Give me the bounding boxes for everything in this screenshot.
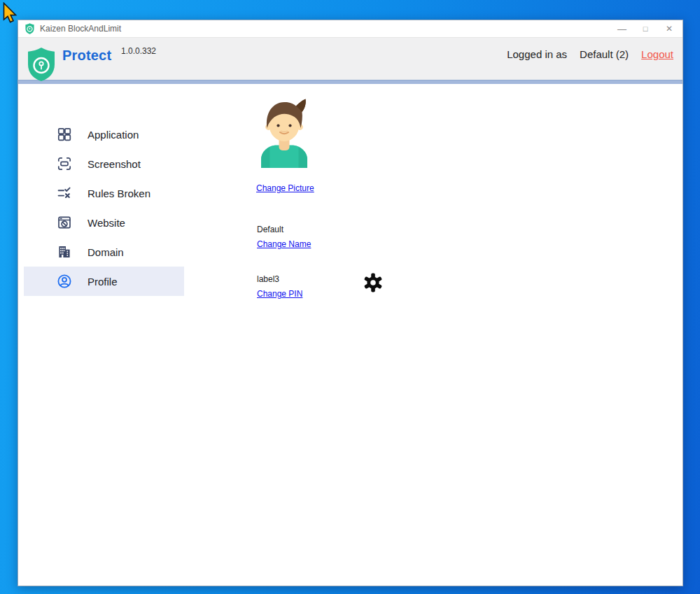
- sidebar-item-website[interactable]: Website: [24, 208, 184, 237]
- cursor-icon: [1, 2, 20, 24]
- logged-in-as-label: Logged in as: [507, 48, 567, 60]
- name-block: Default Change Name: [257, 225, 311, 250]
- minimize-button[interactable]: —: [610, 20, 634, 37]
- sidebar-item-label: Application: [88, 129, 139, 141]
- app-header: Protect 1.0.0.332 Logged in as Default (…: [18, 37, 682, 80]
- list-check-x-icon: [57, 185, 72, 201]
- close-button[interactable]: ✕: [657, 20, 681, 37]
- building-icon: [57, 244, 72, 260]
- sidebar-item-label: Screenshot: [88, 158, 141, 170]
- profile-name-value: Default: [257, 225, 311, 234]
- maximize-button[interactable]: □: [634, 20, 657, 37]
- sidebar-item-screenshot[interactable]: Screenshot: [24, 149, 184, 178]
- screenshot-frame-icon: [57, 156, 72, 171]
- pin-label-value: label3: [257, 274, 302, 284]
- sidebar-item-label: Domain: [88, 246, 124, 258]
- sidebar-item-rules-broken[interactable]: Rules Broken: [24, 178, 184, 208]
- sidebar-item-profile[interactable]: Profile: [24, 267, 184, 296]
- grid-icon: [57, 127, 72, 142]
- person-circle-icon: [57, 274, 72, 289]
- logout-link[interactable]: Logout: [641, 48, 673, 60]
- change-picture-link[interactable]: Change Picture: [256, 183, 314, 193]
- titlebar[interactable]: Kaizen BlockAndLimit — □ ✕: [18, 20, 682, 37]
- sidebar-nav: Application Screenshot: [24, 120, 184, 296]
- avatar: [258, 97, 311, 168]
- sidebar-item-application[interactable]: Application: [24, 120, 184, 149]
- content-area: Application Screenshot: [18, 84, 682, 586]
- session-info: Logged in as Default (2) Logout: [507, 48, 673, 60]
- sidebar-item-label: Rules Broken: [88, 188, 150, 199]
- app-logo-shield-icon: [26, 47, 57, 82]
- sidebar-item-domain[interactable]: Domain: [24, 237, 184, 267]
- pin-block: label3 Change PIN: [257, 274, 302, 299]
- app-window: Kaizen BlockAndLimit — □ ✕ Protect 1.0.0…: [18, 20, 683, 586]
- app-version: 1.0.0.332: [121, 46, 156, 56]
- app-name: Protect: [62, 48, 111, 64]
- browser-blocked-icon: [57, 215, 72, 230]
- change-pin-link[interactable]: Change PIN: [257, 289, 302, 299]
- current-user: Default (2): [580, 48, 629, 60]
- window-title: Kaizen BlockAndLimit: [40, 24, 610, 34]
- sidebar-item-label: Website: [88, 217, 125, 229]
- app-logo-small-icon: [24, 23, 35, 34]
- settings-gear-icon[interactable]: [363, 272, 384, 293]
- sidebar-item-label: Profile: [88, 276, 118, 288]
- change-name-link[interactable]: Change Name: [257, 239, 311, 249]
